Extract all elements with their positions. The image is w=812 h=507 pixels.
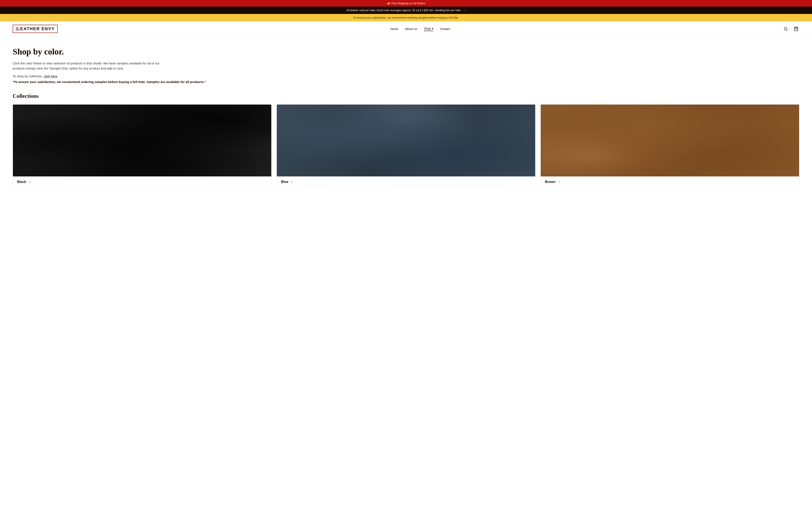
cart-button[interactable] xyxy=(793,26,799,32)
collections-heading: Collections xyxy=(13,93,799,99)
header-icons xyxy=(783,26,799,32)
main-content: Shop by color. Click the color below to … xyxy=(0,37,812,198)
collection-card-brown[interactable]: Brown → xyxy=(541,104,799,187)
truck-icon: 🚚 xyxy=(387,2,390,5)
nav-contact[interactable]: Contact xyxy=(440,27,450,31)
collection-link-prefix: To shop by collection, xyxy=(13,74,44,78)
banner-free-shipping: 🚚Free Shipping on All Orders xyxy=(0,0,812,7)
collection-arrow-black: → xyxy=(28,180,31,184)
search-icon xyxy=(784,27,788,31)
leather-brown-texture xyxy=(541,105,799,176)
collection-footer-black: Black → xyxy=(13,176,271,187)
site-logo[interactable]: |LEATHER ENVY xyxy=(13,25,58,33)
collection-label-black: Black xyxy=(17,180,26,184)
search-button[interactable] xyxy=(783,26,789,32)
collection-image-brown xyxy=(541,105,799,176)
collection-arrow-brown: → xyxy=(557,180,561,184)
banner-hide-info[interactable]: All leather sold per hide | Each hide av… xyxy=(0,7,812,14)
main-nav: Home About Us Shop ▾ Contact xyxy=(390,27,450,31)
page-title: Shop by color. xyxy=(13,47,799,57)
nav-shop-label: Shop xyxy=(424,27,431,30)
click-here-link[interactable]: click here xyxy=(44,74,57,78)
logo-l-accent: | xyxy=(16,26,17,31)
collections-grid: Black → Blue → Brown → xyxy=(13,104,799,187)
collection-image-blue xyxy=(277,105,535,176)
collection-image-black xyxy=(13,105,271,176)
collection-arrow-blue: → xyxy=(290,180,294,184)
collection-card-black[interactable]: Black → xyxy=(13,104,271,187)
collection-label-brown: Brown xyxy=(545,180,556,184)
logo-wrap[interactable]: |LEATHER ENVY xyxy=(13,25,58,33)
banner-samples: To ensure your satisfaction, we recommen… xyxy=(0,14,812,21)
nav-shop-chevron: ▾ xyxy=(432,27,433,30)
cart-icon xyxy=(794,26,799,31)
nav-shop[interactable]: Shop ▾ xyxy=(424,27,433,31)
leather-black-texture xyxy=(13,105,271,176)
banner-arrow-icon: → xyxy=(463,9,466,12)
nav-home[interactable]: Home xyxy=(390,27,398,31)
svg-line-1 xyxy=(786,30,788,31)
collection-label-blue: Blue xyxy=(281,180,289,184)
collection-link-paragraph: To shop by collection, click here. xyxy=(13,74,799,78)
collection-footer-blue: Blue → xyxy=(277,176,535,187)
site-header: |LEATHER ENVY Home About Us Shop ▾ Conta… xyxy=(0,21,812,37)
collection-footer-brown: Brown → xyxy=(541,176,799,187)
page-subtitle: Click the color below to view selection … xyxy=(13,61,161,71)
free-shipping-text: Free Shipping on All Orders xyxy=(392,2,425,5)
leather-blue-texture xyxy=(277,105,535,176)
collection-card-blue[interactable]: Blue → xyxy=(276,104,536,187)
samples-text: To ensure your satisfaction, we recommen… xyxy=(353,16,459,19)
nav-about[interactable]: About Us xyxy=(405,27,417,31)
hide-info-text: All leather sold per hide | Each hide av… xyxy=(346,9,461,12)
logo-text: LEATHER ENVY xyxy=(17,26,55,31)
collection-link-period: . xyxy=(57,74,58,78)
sample-note: *To ensure your satisfaction, we recomme… xyxy=(13,80,799,84)
